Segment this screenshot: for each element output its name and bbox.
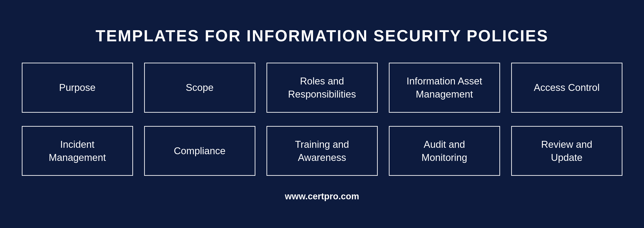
card-label-scope: Scope <box>186 81 214 94</box>
card-label-information-asset-management: Information AssetManagement <box>407 74 482 101</box>
card-label-purpose: Purpose <box>59 81 96 94</box>
card-scope[interactable]: Scope <box>144 63 256 113</box>
card-label-access-control: Access Control <box>534 81 600 94</box>
card-compliance[interactable]: Compliance <box>144 126 256 176</box>
card-label-compliance: Compliance <box>174 144 225 157</box>
card-training-awareness[interactable]: Training andAwareness <box>266 126 378 176</box>
card-access-control[interactable]: Access Control <box>511 63 622 113</box>
card-label-training-awareness: Training andAwareness <box>295 138 349 164</box>
cards-grid: PurposeScopeRoles andResponsibilitiesInf… <box>22 63 622 176</box>
card-label-audit-monitoring: Audit andMonitoring <box>422 138 467 164</box>
card-purpose[interactable]: Purpose <box>22 63 133 113</box>
footer-url: www.certpro.com <box>285 191 359 201</box>
card-label-roles-responsibilities: Roles andResponsibilities <box>288 74 356 101</box>
page-title: TEMPLATES FOR INFORMATION SECURITY POLIC… <box>96 27 548 45</box>
card-audit-monitoring[interactable]: Audit andMonitoring <box>389 126 500 176</box>
card-information-asset-management[interactable]: Information AssetManagement <box>389 63 500 113</box>
card-label-review-update: Review andUpdate <box>541 138 592 164</box>
card-review-update[interactable]: Review andUpdate <box>511 126 622 176</box>
card-roles-responsibilities[interactable]: Roles andResponsibilities <box>266 63 378 113</box>
card-incident-management[interactable]: IncidentManagement <box>22 126 133 176</box>
card-label-incident-management: IncidentManagement <box>49 138 106 164</box>
